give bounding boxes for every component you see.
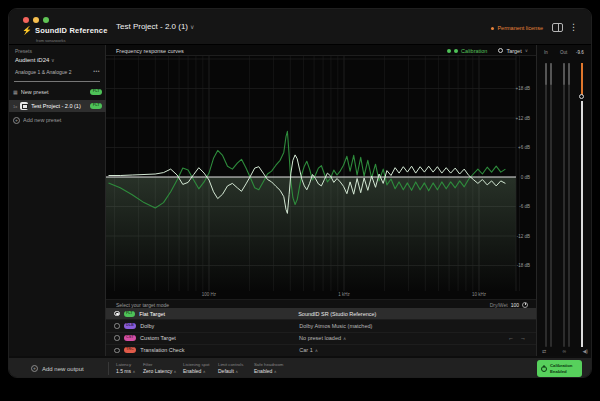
titlebar: ⚡ SoundID Reference from sonarworks Test… [9, 9, 591, 45]
control-value: Zero Latency ∧ [143, 368, 177, 374]
cst-badge: CST [124, 335, 137, 341]
target-radio-icon[interactable] [498, 48, 503, 53]
plus-circle-icon: + [31, 365, 38, 372]
latency-control[interactable]: Latency 1.5 ms ∧ [116, 362, 135, 374]
preset-grid-icon: ▦ [13, 89, 18, 95]
target-mode-translation[interactable]: TRC Translation Check Car 1∧ [106, 344, 536, 356]
swap-channels-icon[interactable]: ⇄ [542, 348, 546, 354]
speaker-icon[interactable]: ◀) [582, 348, 588, 354]
chevron-down-icon: ∨ [51, 57, 55, 63]
target-mode-custom[interactable]: CST Custom Target No preset loaded∧ ←→ [106, 332, 536, 344]
radio-icon[interactable] [114, 348, 120, 354]
preset-monitor-icon [20, 102, 28, 110]
mode-value: Dolby Atmos Music (matched) [299, 323, 528, 329]
close-window-button[interactable] [23, 17, 29, 23]
zoom-window-button[interactable] [43, 17, 49, 23]
bar-divider [108, 362, 109, 375]
presets-sidebar: Presets Audient iD24 ∨ Analogue 1 & Anal… [9, 45, 106, 356]
add-preset-label: Add new preset [23, 117, 102, 123]
svg-text:+6 dB: +6 dB [518, 145, 530, 150]
svg-text:1 kHz: 1 kHz [338, 292, 350, 297]
safe-headroom-control[interactable]: Safe headroom Enabled ∧ [254, 362, 283, 374]
sidebar-divider [14, 81, 100, 82]
minimize-window-button[interactable] [33, 17, 39, 23]
svg-text:-18 dB: -18 dB [517, 263, 530, 268]
input-meter-right [550, 63, 552, 347]
app-logo: ⚡ SoundID Reference [22, 26, 108, 35]
mode-label: Dolby [140, 323, 295, 329]
channels-name: Analogue 1 & Analogue 2 [15, 69, 71, 75]
listening-spot-control[interactable]: Listening spot Enabled ∧ [183, 362, 210, 374]
chevron-up-icon: ∧ [203, 369, 206, 374]
control-value: Enabled ∧ [183, 368, 210, 374]
svg-text:+18 dB: +18 dB [516, 86, 530, 91]
app-window: ⚡ SoundID Reference from sonarworks Test… [8, 8, 592, 378]
svg-text:10 kHz: 10 kHz [472, 292, 487, 297]
power-icon [541, 366, 547, 372]
filter-control[interactable]: Filter Zero Latency ∧ [143, 362, 177, 374]
svg-text:100 Hz: 100 Hz [202, 292, 217, 297]
device-selector[interactable]: Audient iD24 ∨ [15, 57, 55, 63]
svg-text:+12 dB: +12 dB [516, 116, 530, 121]
screen: ⚡ SoundID Reference from sonarworks Test… [0, 0, 600, 401]
mono-icon[interactable]: ∞ [563, 348, 567, 354]
target-mode-dolby[interactable]: DLB Dolby Dolby Atmos Music (matched) [106, 319, 536, 331]
new-preset-label: New preset [21, 89, 88, 95]
chevron-up-icon: ∧ [174, 369, 177, 374]
mode-label: Translation Check [140, 347, 295, 353]
add-output-label: Add new output [42, 366, 84, 372]
right-channel-dot-icon[interactable] [454, 49, 458, 53]
preset-prefix: 1x [13, 104, 17, 109]
new-preset-row[interactable]: ▦ New preset FLT [9, 86, 106, 98]
frequency-response-panel: Frequency response curves Calibration Ta… [106, 45, 536, 356]
output-meter-left [563, 63, 565, 347]
calibration-enabled-button[interactable]: Calibration Enabled [537, 360, 582, 377]
chevron-down-icon[interactable]: ∨ [525, 48, 528, 53]
svg-text:-6 dB: -6 dB [519, 204, 530, 209]
chevron-up-icon: ∧ [235, 369, 238, 374]
add-preset-row[interactable]: + Add new preset [9, 114, 106, 126]
add-output-button[interactable]: + Add new output [31, 358, 84, 378]
app-tagline: from sonarworks [36, 38, 66, 43]
calibration-toggle[interactable]: Calibration [461, 48, 487, 54]
flt-badge: FLT [90, 103, 102, 109]
kebab-menu-icon[interactable]: ⋮ [569, 21, 578, 33]
control-value: Enabled ∧ [254, 368, 283, 374]
license-dot-icon [491, 27, 494, 30]
chevron-up-icon: ∧ [343, 336, 346, 341]
channels-menu-icon[interactable]: ••• [93, 68, 100, 74]
project-title-dropdown[interactable]: Test Project - 2.0 (1)∨ [116, 22, 194, 31]
output-volume-value: -9.6 [576, 50, 584, 55]
active-preset-row[interactable]: 1x Test Project - 2.0 (1) FLT [9, 100, 106, 112]
frequency-response-chart: +18 dB+12 dB+6 dB0 dB-6 dB-12 dB-18 dB10… [106, 56, 536, 299]
target-mode-flat[interactable]: FLT Flat Target SoundID SR (Studio Refer… [106, 308, 536, 319]
arrow-left-icon: ← [508, 335, 514, 341]
preset-nav-arrows[interactable]: ←→ [508, 335, 526, 341]
calibration-button-label: Calibration Enabled [550, 363, 572, 374]
meter-footer-icons: ⇄ ∞ ◀) [537, 348, 592, 354]
left-channel-dot-icon[interactable] [447, 49, 451, 53]
svg-text:0 dB: 0 dB [521, 175, 530, 180]
control-label: Listening spot [183, 362, 210, 367]
radio-selected-icon[interactable] [114, 311, 120, 317]
knob-icon[interactable] [522, 302, 528, 308]
output-bar: + Add new output Latency 1.5 ms ∧ Filter… [9, 358, 592, 378]
level-meters-panel: In Out -9.6 ⇄ ∞ ◀) [536, 45, 592, 356]
control-value: Default ∧ [218, 368, 243, 374]
control-label: Limit controls [218, 362, 243, 367]
active-preset-label: Test Project - 2.0 (1) [31, 103, 87, 109]
output-volume-slider[interactable] [581, 63, 583, 347]
panel-toggle-icon[interactable] [552, 23, 563, 32]
radio-icon[interactable] [114, 335, 120, 341]
target-toggle[interactable]: Target [506, 48, 521, 54]
project-title: Test Project - 2.0 (1) [116, 22, 188, 31]
window-controls[interactable] [23, 17, 49, 23]
limit-controls-control[interactable]: Limit controls Default ∧ [218, 362, 243, 374]
slider-knob[interactable] [579, 94, 584, 99]
dlb-badge: DLB [124, 323, 137, 329]
radio-icon[interactable] [114, 323, 120, 329]
dry-wet-control[interactable]: Dry/Wet 100 [490, 302, 528, 308]
license-status: Permanent license [491, 25, 543, 31]
dry-wet-label: Dry/Wet [490, 302, 508, 308]
target-mode-list: FLT Flat Target SoundID SR (Studio Refer… [106, 308, 536, 356]
